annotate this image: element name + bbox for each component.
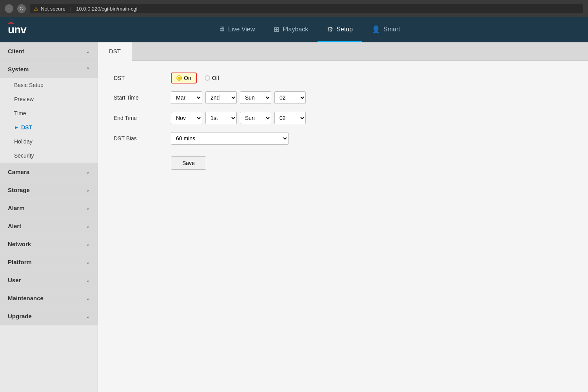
tab-dst[interactable]: DST bbox=[98, 42, 132, 61]
dst-row: DST On Off bbox=[114, 73, 572, 83]
sidebar-client-header[interactable]: Client ⌄ bbox=[0, 42, 98, 60]
sidebar-user-label: User bbox=[8, 277, 21, 283]
start-day-select[interactable]: SunMonTueWed ThuFriSat bbox=[240, 91, 271, 104]
save-label: Save bbox=[182, 160, 195, 166]
chevron-down-icon: ⌄ bbox=[86, 205, 90, 211]
dst-bias-label: DST Bias bbox=[114, 135, 165, 142]
content-area: DST DST On Off bbox=[98, 42, 588, 392]
sidebar-storage-header[interactable]: Storage ⌄ bbox=[0, 181, 98, 199]
sidebar-section-client: Client ⌄ bbox=[0, 42, 98, 60]
sidebar-section-system: System ⌃ Basic Setup Preview Time ► DST bbox=[0, 60, 98, 163]
nav-setup-label: Setup bbox=[336, 26, 353, 33]
dst-bias-controls: 30 mins 60 mins 90 mins 120 mins bbox=[171, 132, 289, 145]
sidebar-section-alert: Alert ⌄ bbox=[0, 217, 98, 235]
sidebar-user-header[interactable]: User ⌄ bbox=[0, 271, 98, 289]
chevron-down-icon: ⌄ bbox=[86, 187, 90, 193]
end-hour-select[interactable]: 00010203 04050607 08091011 12131415 1617… bbox=[274, 112, 306, 124]
dst-toggle-group: On Off bbox=[171, 73, 224, 83]
setup-icon: ⚙ bbox=[327, 25, 333, 34]
sidebar-network-label: Network bbox=[8, 241, 31, 247]
dst-field-label: DST bbox=[114, 75, 165, 81]
sidebar-client-label: Client bbox=[8, 48, 24, 54]
start-week-select[interactable]: 1st2nd3rd4thLast bbox=[205, 91, 237, 104]
smart-icon: 👤 bbox=[372, 25, 380, 34]
sidebar-system-label: System bbox=[8, 66, 29, 73]
nav-items: 🖥 Live View ⊞ Playback ⚙ Setup 👤 Smart bbox=[38, 17, 580, 42]
tab-dst-label: DST bbox=[109, 48, 121, 54]
sidebar-item-dst-label: DST bbox=[21, 124, 32, 131]
chevron-down-icon: ⌄ bbox=[86, 49, 90, 54]
nav-playback-label: Playback bbox=[283, 26, 308, 33]
chevron-down-icon: ⌄ bbox=[86, 296, 90, 301]
nav-playback[interactable]: ⊞ Playback bbox=[264, 17, 318, 42]
top-navigation: unv 🖥 Live View ⊞ Playback ⚙ Setup 👤 Sma… bbox=[0, 17, 588, 42]
nav-live-view[interactable]: 🖥 Live View bbox=[209, 17, 264, 42]
address-bar[interactable]: ⚠ Not secure | 10.0.0.220/cgi-bin/main-c… bbox=[30, 4, 583, 13]
sidebar-storage-label: Storage bbox=[8, 187, 30, 193]
logo-arc bbox=[8, 22, 14, 25]
dst-off-option[interactable]: Off bbox=[200, 73, 224, 83]
chevron-up-icon: ⌃ bbox=[86, 67, 90, 72]
start-time-row: Start Time JanFebMarApr MayJunJulAug Sep… bbox=[114, 91, 572, 104]
chevron-down-icon: ⌄ bbox=[86, 314, 90, 319]
sidebar: Client ⌄ System ⌃ Basic Setup Preview Ti… bbox=[0, 42, 98, 392]
dst-off-radio[interactable] bbox=[205, 75, 210, 81]
sidebar-alarm-header[interactable]: Alarm ⌄ bbox=[0, 199, 98, 217]
end-time-controls: JanFebMarApr MayJunJulAug SepOctNovDec 1… bbox=[171, 112, 306, 124]
dst-on-radio[interactable] bbox=[176, 75, 182, 81]
sidebar-item-time-label: Time bbox=[14, 110, 26, 116]
content-tabs: DST bbox=[98, 42, 588, 61]
sidebar-platform-label: Platform bbox=[8, 259, 32, 265]
chevron-down-icon: ⌄ bbox=[86, 241, 90, 247]
sidebar-item-time[interactable]: Time bbox=[0, 106, 98, 120]
dst-bias-select[interactable]: 30 mins 60 mins 90 mins 120 mins bbox=[171, 132, 289, 145]
chevron-down-icon: ⌄ bbox=[86, 278, 90, 283]
monitor-icon: 🖥 bbox=[218, 25, 225, 33]
sidebar-upgrade-header[interactable]: Upgrade ⌄ bbox=[0, 307, 98, 325]
sidebar-network-header[interactable]: Network ⌄ bbox=[0, 235, 98, 253]
sidebar-item-basic-setup[interactable]: Basic Setup bbox=[0, 78, 98, 92]
sidebar-section-network: Network ⌄ bbox=[0, 235, 98, 253]
nav-smart-label: Smart bbox=[383, 26, 400, 33]
security-warning-icon: ⚠ bbox=[34, 6, 38, 12]
end-time-row: End Time JanFebMarApr MayJunJulAug SepOc… bbox=[114, 112, 572, 124]
nav-live-view-label: Live View bbox=[228, 26, 255, 33]
start-hour-select[interactable]: 00010203 04050607 08091011 12131415 1617… bbox=[274, 91, 306, 104]
nav-smart[interactable]: 👤 Smart bbox=[362, 17, 410, 42]
sidebar-section-camera: Camera ⌄ bbox=[0, 163, 98, 181]
browser-chrome: ← ↻ ⚠ Not secure | 10.0.0.220/cgi-bin/ma… bbox=[0, 0, 588, 17]
end-day-select[interactable]: SunMonTueWed ThuFriSat bbox=[240, 112, 271, 124]
chevron-down-icon: ⌄ bbox=[86, 223, 90, 229]
back-button[interactable]: ← bbox=[5, 4, 13, 13]
sidebar-item-dst[interactable]: ► DST bbox=[0, 120, 98, 134]
nav-setup[interactable]: ⚙ Setup bbox=[318, 17, 362, 42]
sidebar-section-maintenance: Maintenance ⌄ bbox=[0, 289, 98, 307]
dst-on-option[interactable]: On bbox=[171, 73, 197, 83]
playback-icon: ⊞ bbox=[274, 25, 279, 34]
start-time-controls: JanFebMarApr MayJunJulAug SepOctNovDec 1… bbox=[171, 91, 306, 104]
sidebar-alert-label: Alert bbox=[8, 223, 21, 229]
sidebar-item-security-label: Security bbox=[14, 152, 34, 159]
sidebar-item-preview[interactable]: Preview bbox=[0, 92, 98, 106]
sidebar-platform-header[interactable]: Platform ⌄ bbox=[0, 253, 98, 271]
end-month-select[interactable]: JanFebMarApr MayJunJulAug SepOctNovDec bbox=[171, 112, 202, 124]
end-week-select[interactable]: 1st2nd3rd4thLast bbox=[205, 112, 237, 124]
sidebar-item-holiday[interactable]: Holiday bbox=[0, 134, 98, 149]
sidebar-maintenance-header[interactable]: Maintenance ⌄ bbox=[0, 289, 98, 307]
sidebar-system-header[interactable]: System ⌃ bbox=[0, 60, 98, 78]
sidebar-camera-header[interactable]: Camera ⌄ bbox=[0, 163, 98, 181]
start-month-select[interactable]: JanFebMarApr MayJunJulAug SepOctNovDec bbox=[171, 91, 202, 104]
sidebar-system-items: Basic Setup Preview Time ► DST Holiday S… bbox=[0, 78, 98, 163]
chevron-down-icon: ⌄ bbox=[86, 169, 90, 175]
url-text: 10.0.0.220/cgi-bin/main-cgi bbox=[76, 6, 137, 12]
sidebar-section-storage: Storage ⌄ bbox=[0, 181, 98, 199]
save-button[interactable]: Save bbox=[171, 156, 206, 170]
dst-off-label: Off bbox=[212, 75, 219, 81]
sidebar-item-security[interactable]: Security bbox=[0, 149, 98, 163]
logo-area: unv bbox=[8, 17, 38, 42]
refresh-button[interactable]: ↻ bbox=[17, 4, 26, 13]
sidebar-alert-header[interactable]: Alert ⌄ bbox=[0, 217, 98, 235]
end-time-label: End Time bbox=[114, 115, 165, 121]
save-row: Save bbox=[171, 152, 572, 170]
chevron-down-icon: ⌄ bbox=[86, 260, 90, 265]
